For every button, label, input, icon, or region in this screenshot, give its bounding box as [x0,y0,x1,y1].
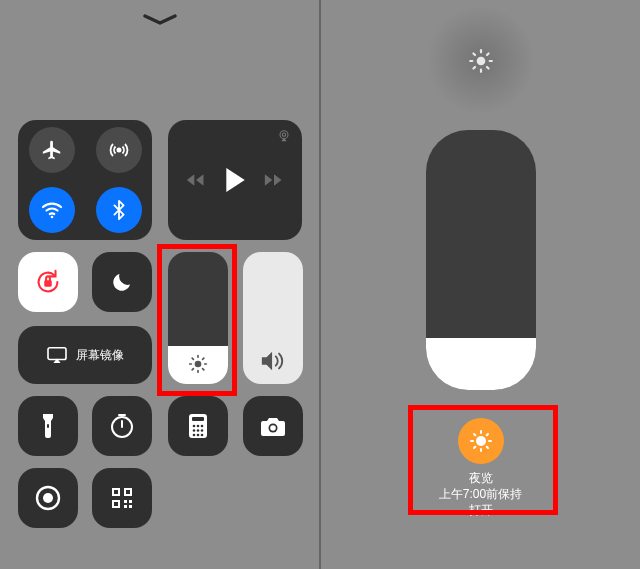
night-shift-title: 夜览 [411,470,551,486]
svg-rect-42 [124,505,127,508]
wifi-icon [29,187,75,233]
svg-point-2 [280,131,288,139]
svg-rect-37 [114,490,118,494]
cellular-data-button[interactable] [85,120,152,180]
night-shift-icon [458,418,504,464]
mirroring-label: 屏幕镜像 [76,347,124,364]
brightness-slider[interactable] [168,252,228,384]
moon-icon [92,252,152,312]
timer-icon [92,396,152,456]
brightness-slider-large[interactable] [426,130,536,390]
qr-icon [92,468,152,528]
night-shift-subtitle: 上午7:00前保持 [411,486,551,502]
media-controls [168,120,302,240]
volume-icon [260,350,286,372]
svg-line-60 [474,447,475,448]
svg-point-22 [197,425,200,428]
svg-line-51 [473,67,475,69]
svg-line-59 [486,447,487,448]
calculator-button[interactable] [168,396,228,456]
mirroring-icon [46,346,68,364]
forward-button[interactable] [264,172,284,188]
screen-record-icon [18,468,78,528]
svg-line-49 [473,53,475,55]
svg-point-29 [201,434,204,437]
volume-slider[interactable] [243,252,303,384]
play-button[interactable] [224,167,246,193]
svg-line-52 [486,53,488,55]
svg-point-27 [193,434,196,437]
svg-point-1 [50,216,53,219]
airplane-icon [29,127,75,173]
brightness-expanded-panel: 夜览 上午7:00前保持 打开 [321,0,640,569]
svg-point-21 [193,425,196,428]
flashlight-icon [18,396,78,456]
svg-point-3 [282,133,285,136]
screen-record-button[interactable] [18,468,78,528]
svg-line-13 [203,358,204,359]
calculator-icon [168,396,228,456]
brightness-icon [188,354,208,374]
cellular-icon [96,127,142,173]
svg-point-0 [117,148,120,151]
svg-point-44 [476,57,485,66]
timer-button[interactable] [92,396,152,456]
camera-button[interactable] [243,396,303,456]
svg-line-11 [203,369,204,370]
svg-point-23 [201,425,204,428]
svg-line-10 [192,358,193,359]
screen-mirroring-button[interactable]: 屏幕镜像 [18,326,152,384]
qr-scan-button[interactable] [92,468,152,528]
svg-point-26 [201,429,204,432]
svg-rect-15 [47,424,49,428]
rewind-button[interactable] [186,172,206,188]
bluetooth-button[interactable] [85,180,152,240]
svg-rect-4 [44,280,52,287]
night-shift-state: 打开 [411,502,551,518]
svg-line-12 [192,369,193,370]
svg-line-61 [486,434,487,435]
svg-point-28 [197,434,200,437]
airplay-audio-icon[interactable] [276,128,292,144]
svg-point-24 [193,429,196,432]
svg-rect-40 [124,500,127,503]
brightness-icon [468,48,494,74]
svg-rect-14 [48,348,66,360]
brightness-fill-large [426,338,536,390]
svg-line-58 [474,434,475,435]
svg-rect-41 [129,500,132,503]
orientation-lock-icon [18,252,78,312]
connectivity-group [18,120,152,240]
do-not-disturb-button[interactable] [92,252,152,312]
svg-point-31 [270,425,276,431]
svg-line-50 [486,67,488,69]
flashlight-button[interactable] [18,396,78,456]
svg-rect-20 [192,417,204,421]
svg-point-5 [195,361,202,368]
orientation-lock-button[interactable] [18,252,78,312]
svg-rect-43 [129,505,132,508]
wifi-button[interactable] [18,180,85,240]
svg-point-33 [43,493,53,503]
night-shift-button[interactable]: 夜览 上午7:00前保持 打开 [411,418,551,519]
collapse-chevron-icon[interactable] [143,14,177,26]
camera-icon [243,396,303,456]
bluetooth-icon [96,187,142,233]
svg-rect-38 [126,490,130,494]
airplane-mode-button[interactable] [18,120,85,180]
svg-point-53 [476,436,486,446]
svg-point-25 [197,429,200,432]
control-center-panel: 屏幕镜像 [0,0,321,569]
svg-rect-39 [114,502,118,506]
